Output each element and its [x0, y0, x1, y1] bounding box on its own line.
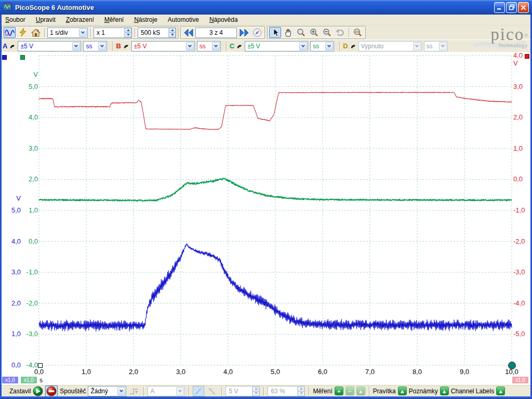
minimize-button[interactable] [494, 2, 505, 13]
stop-button[interactable] [46, 386, 57, 396]
time-axis-tick-label: 3,0 [169, 368, 192, 376]
rulers-button[interactable]: ▲ [398, 387, 407, 395]
axis-green-tick-label: -3,0 [26, 330, 38, 338]
trigger-level-spinner: 5 V [225, 386, 260, 396]
time-axis-tick-label: 7,0 [358, 368, 381, 376]
menu-item-soubor[interactable]: Soubor [0, 15, 31, 24]
marquee-zoom-button[interactable] [295, 27, 307, 38]
axis-green-tick-label: 1,0 [29, 206, 38, 214]
time-axis-tick-label: 1,0 [75, 368, 98, 376]
axis-green-tick-label: -2,0 [26, 299, 38, 307]
pan-tool-button[interactable] [282, 27, 294, 38]
trigger-edge-icon-button[interactable] [128, 386, 140, 396]
dropdown-arrow-icon[interactable] [117, 387, 125, 395]
stop-button-frame [45, 385, 58, 397]
zoom-out-button[interactable] [321, 27, 333, 38]
channel-b-range-select[interactable]: ±5 V [131, 41, 195, 51]
channel-d-probe-icon[interactable] [350, 43, 356, 49]
axis-green-tick-label: 4,0 [29, 113, 38, 121]
collapse-measurements-button: ▲ [356, 387, 365, 395]
close-button[interactable] [518, 2, 529, 13]
zoom-100-button[interactable]: 100 [352, 27, 364, 38]
home-button[interactable] [30, 27, 42, 38]
timebase-select[interactable]: 1 s/div [47, 28, 88, 38]
undo-zoom-button[interactable] [334, 27, 346, 38]
notes-label: Poznámky [409, 388, 438, 395]
sample-count-spinner[interactable]: 500 kS [138, 28, 176, 38]
capture-setup-group: 1 s/div x 1 500 kS [2, 26, 178, 39]
channel-a-range-select[interactable]: ±5 V [18, 41, 81, 51]
channel-c-offset-marker[interactable] [20, 55, 25, 60]
axis-blue-tick-label: 0,0 [11, 361, 21, 369]
x-zoom-badge: x1,0 [21, 377, 37, 383]
menu-item-napoveda[interactable]: Nápověda [204, 15, 243, 24]
previous-buffer-button[interactable] [182, 27, 194, 38]
horizontal-zoom-spinner[interactable]: x 1 [94, 28, 132, 38]
channel-c-coupling-select[interactable]: ss [310, 41, 334, 51]
restore-button[interactable] [506, 2, 517, 13]
menu-item-zobrazeni[interactable]: Zobrazení [61, 15, 99, 24]
channel-b-probe-icon[interactable] [123, 43, 129, 49]
app-icon [3, 3, 12, 12]
channel-toolbar: A±5 VssB±5 VssC±5 VssDVypnutoss [0, 39, 532, 52]
spin-down-icon[interactable] [169, 33, 176, 37]
add-measurement-button[interactable]: + [335, 387, 343, 395]
menu-item-upravit[interactable]: Upravit [31, 15, 61, 24]
channel-labels-button[interactable]: ▲ [496, 387, 505, 395]
pointer-tool-button[interactable] [269, 27, 281, 38]
axis-green-tick-label: 0,0 [29, 237, 38, 245]
channel-a-coupling-select[interactable]: ss [83, 41, 107, 51]
axis-red-tick-label: -3,0 [513, 268, 525, 276]
channel-a-group: A±5 Vss [3, 41, 116, 51]
sample-count-value: 500 kS [138, 28, 168, 37]
channel-c-range-select[interactable]: ±5 V [245, 41, 308, 51]
spin-down-icon[interactable] [125, 33, 131, 37]
axis-red-tick-label: -4,0 [513, 299, 525, 307]
main-toolbar: 1 s/div x 1 500 kS 3 z 4 [0, 25, 532, 39]
spin-up-icon[interactable] [125, 28, 131, 33]
channel-a-offset-marker[interactable] [2, 55, 7, 60]
dropdown-arrow-icon[interactable] [79, 29, 87, 37]
auto-setup-button[interactable] [17, 27, 29, 38]
zoom-in-button[interactable] [308, 27, 320, 38]
axis-green-tick-label: 2,0 [29, 175, 38, 183]
menu-item-mereni[interactable]: Měření [99, 15, 129, 24]
channel-d-label: D [343, 42, 348, 50]
menu-item-nastroje[interactable]: Nástroje [129, 15, 163, 24]
time-axis-tick-label: 0,0 [28, 368, 50, 376]
axis-red-tick-label: -5,0 [513, 330, 525, 338]
channel-c-label: C [230, 42, 234, 50]
axis-red-unit-label: V [513, 59, 518, 67]
channel-b-coupling-select[interactable]: ss [197, 41, 221, 51]
channel-c-probe-icon[interactable] [236, 43, 243, 49]
rising-slope-button [193, 386, 204, 396]
trigger-section-label: Spouštěč [60, 388, 86, 395]
trigger-mode-select[interactable]: Žádný [88, 386, 126, 396]
axis-green-unit-label: V [33, 71, 38, 78]
scope-view-button[interactable] [4, 27, 16, 38]
axis-blue-tick-label: 3,0 [11, 268, 21, 276]
notes-button[interactable]: ▲ [440, 387, 449, 395]
spin-up-icon[interactable] [169, 28, 176, 33]
time-axis-tick-label: 9,0 [453, 368, 476, 376]
axis-blue-tick-label: 5,0 [11, 206, 21, 214]
trigger-marker[interactable] [38, 363, 43, 368]
axis-red-tick-label: -1,0 [513, 206, 525, 214]
buffer-overview-button[interactable] [251, 27, 263, 38]
axis-red-tick-label: -2,0 [513, 237, 525, 245]
remove-measurement-button: − [345, 387, 354, 395]
channel-labels-label: Channel Labels [451, 388, 494, 395]
channel-c-scale-marker[interactable] [508, 362, 516, 369]
titlebar: PicoScope 6 Automotive [0, 0, 532, 15]
x-zoom-badge: x1,0 [2, 377, 18, 383]
menu-item-automotive[interactable]: Automotive [163, 15, 204, 24]
channel-b-trace [39, 92, 512, 129]
axis-red-tick-label: 2,0 [513, 113, 523, 121]
next-buffer-button[interactable] [238, 27, 250, 38]
pretrigger-spinner: 63 % [268, 386, 305, 396]
start-button[interactable] [33, 386, 43, 396]
channel-a-probe-icon[interactable] [9, 43, 16, 49]
buffer-navigation-group: 3 z 4 [180, 26, 265, 39]
channel-b-offset-marker[interactable] [525, 54, 529, 59]
time-axis-tick-label: 2,0 [122, 368, 145, 376]
